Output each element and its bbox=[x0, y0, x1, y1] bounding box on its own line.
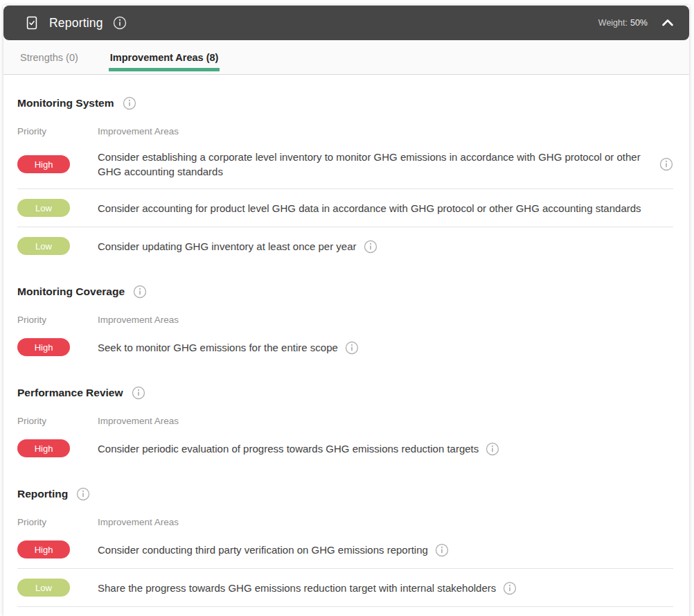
improvement-text: Consider periodic evaluation of progress… bbox=[98, 441, 650, 456]
info-icon[interactable] bbox=[123, 96, 136, 110]
info-icon[interactable] bbox=[132, 386, 145, 400]
priority-badge: High bbox=[17, 540, 70, 558]
improvement-column-header: Improvement Areas bbox=[98, 126, 673, 137]
row-info-slot bbox=[650, 157, 673, 171]
category-title: Monitoring Coverage bbox=[17, 285, 125, 298]
row-list: High Consider establishing a corporate l… bbox=[17, 140, 673, 265]
priority-badge: Low bbox=[17, 199, 70, 217]
reporting-card: Reporting Weight:50% Strengths (0) Impro… bbox=[3, 6, 689, 616]
info-icon[interactable] bbox=[659, 157, 673, 171]
chevron-up-icon[interactable] bbox=[660, 15, 675, 30]
page-title: Reporting bbox=[49, 16, 103, 30]
info-icon[interactable] bbox=[364, 240, 377, 254]
category-section: Monitoring Coverage Priority Improvement… bbox=[17, 285, 673, 366]
document-check-icon bbox=[24, 15, 39, 30]
improvement-text: Seek to monitor GHG emissions for the en… bbox=[98, 340, 650, 355]
improvement-row: High Consider conducting third party ver… bbox=[17, 531, 673, 568]
priority-badge: Low bbox=[17, 237, 70, 255]
improvement-text: Consider conducting third party verifica… bbox=[98, 543, 650, 557]
tab-label: Strengths (0) bbox=[20, 52, 78, 63]
column-headers: Priority Improvement Areas bbox=[17, 517, 673, 527]
improvement-row: Low Consider updating GHG inventory at l… bbox=[17, 227, 673, 265]
category-title: Monitoring System bbox=[17, 97, 114, 109]
priority-column-header: Priority bbox=[17, 416, 98, 426]
improvement-column-header: Improvement Areas bbox=[98, 315, 673, 325]
tab-label: Improvement Areas (8) bbox=[110, 52, 219, 63]
priority-badge: High bbox=[17, 155, 70, 173]
priority-column-header: Priority bbox=[17, 517, 98, 527]
category-title: Reporting bbox=[17, 488, 68, 500]
weight-value: 50% bbox=[630, 18, 648, 28]
improvement-text: Consider accounting for product level GH… bbox=[98, 201, 650, 215]
tab-improvement-areas[interactable]: Improvement Areas (8) bbox=[109, 40, 220, 74]
info-icon[interactable] bbox=[486, 442, 499, 456]
priority-column-header: Priority bbox=[17, 126, 98, 137]
priority-badge: High bbox=[17, 338, 70, 356]
improvement-row: High Consider periodic evaluation of pro… bbox=[17, 430, 673, 467]
column-headers: Priority Improvement Areas bbox=[17, 416, 673, 426]
improvement-areas-content: Monitoring System Priority Improvement A… bbox=[3, 75, 689, 616]
category-section: Performance Review Priority Improvement … bbox=[17, 386, 673, 467]
improvement-row: Medium Aspire to make GHG emissions repo… bbox=[17, 606, 673, 616]
category-section: Reporting Priority Improvement Areas Hig… bbox=[17, 487, 673, 616]
section-header: Reporting Weight:50% bbox=[3, 6, 689, 40]
column-headers: Priority Improvement Areas bbox=[17, 126, 673, 137]
info-icon[interactable] bbox=[133, 285, 147, 299]
priority-badge: High bbox=[17, 439, 70, 457]
weight-label: Weight:50% bbox=[598, 18, 648, 28]
tab-strengths[interactable]: Strengths (0) bbox=[19, 40, 80, 74]
improvement-text: Consider establishing a corporate level … bbox=[98, 150, 650, 179]
category-title: Performance Review bbox=[17, 387, 123, 399]
improvement-column-header: Improvement Areas bbox=[98, 517, 673, 527]
column-headers: Priority Improvement Areas bbox=[17, 315, 673, 325]
improvement-text: Consider updating GHG inventory at least… bbox=[98, 239, 650, 254]
improvement-row: Low Share the progress towards GHG emiss… bbox=[17, 568, 673, 606]
info-icon[interactable] bbox=[113, 16, 127, 30]
row-list: High Consider periodic evaluation of pro… bbox=[17, 430, 673, 467]
improvement-column-header: Improvement Areas bbox=[98, 416, 673, 426]
info-icon[interactable] bbox=[435, 543, 449, 557]
priority-badge: Low bbox=[17, 579, 70, 597]
priority-column-header: Priority bbox=[17, 315, 98, 325]
improvement-text: Share the progress towards GHG emissions… bbox=[98, 581, 650, 595]
row-list: High Consider conducting third party ver… bbox=[17, 531, 673, 616]
category-section: Monitoring System Priority Improvement A… bbox=[17, 96, 673, 265]
info-icon[interactable] bbox=[76, 487, 90, 501]
info-icon[interactable] bbox=[503, 581, 517, 595]
improvement-row: Low Consider accounting for product leve… bbox=[17, 188, 673, 227]
info-icon[interactable] bbox=[345, 341, 359, 355]
improvement-row: High Seek to monitor GHG emissions for t… bbox=[17, 328, 673, 366]
improvement-row: High Consider establishing a corporate l… bbox=[17, 140, 673, 188]
tab-bar: Strengths (0) Improvement Areas (8) bbox=[3, 40, 689, 75]
row-list: High Seek to monitor GHG emissions for t… bbox=[17, 328, 673, 366]
